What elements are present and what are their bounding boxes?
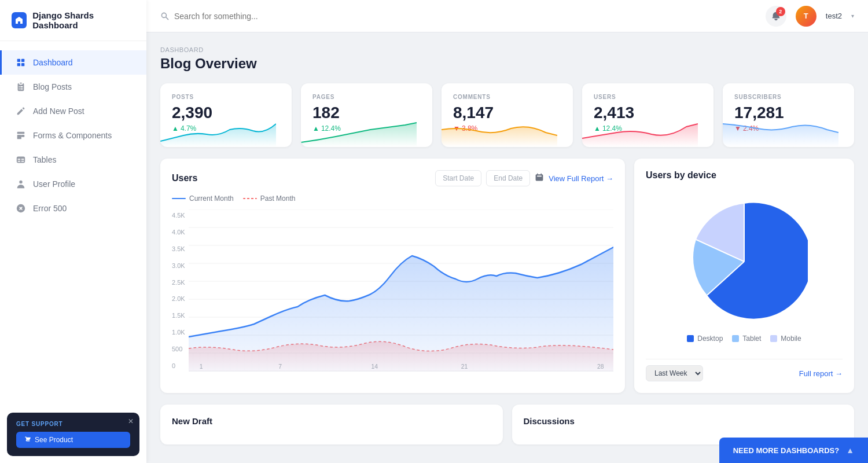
svg-text:7: 7	[278, 363, 282, 370]
discussions-title: Discussions	[524, 416, 843, 426]
comments-sparkline	[442, 118, 557, 147]
posts-sparkline	[160, 118, 276, 147]
pie-chart-wrap: Desktop Tablet Mobile	[646, 189, 843, 352]
users-sparkline	[582, 118, 698, 147]
sidebar-nav: Dashboard Blog Posts Add New Post Forms …	[0, 41, 146, 406]
full-report-link[interactable]: Full report →	[799, 369, 843, 378]
sidebar-item-error-500[interactable]: Error 500	[0, 196, 146, 221]
svg-text:1: 1	[199, 363, 203, 370]
y-axis-labels: 4.5K 4.0K 3.5K 3.0K 2.5K 2.0K 1.5K 1.0K …	[172, 210, 185, 372]
sidebar-label-tables: Tables	[33, 155, 56, 164]
stat-card-posts: POSTS 2,390 ▲ 4.7%	[160, 83, 292, 147]
legend-current-month: Current Month	[172, 194, 234, 203]
legend-tablet: Tablet	[732, 335, 761, 343]
sidebar-logo: Django Shards Dashboard	[0, 0, 146, 41]
device-chart-title: Users by device	[646, 170, 716, 181]
svg-text:14: 14	[371, 363, 378, 370]
calendar-icon[interactable]	[535, 172, 544, 184]
sidebar-label-error-500: Error 500	[33, 204, 67, 213]
sidebar-item-forms-components[interactable]: Forms & Components	[0, 123, 146, 148]
stat-label-posts: POSTS	[172, 94, 280, 100]
time-period-select[interactable]: Last Week	[646, 365, 703, 381]
device-chart-header: Users by device	[646, 170, 843, 181]
date-range-controls: Start Date End Date View Full Report →	[435, 170, 613, 186]
app-name: Django Shards Dashboard	[32, 10, 135, 30]
new-draft-title: New Draft	[172, 416, 491, 426]
stat-label-pages: PAGES	[312, 94, 421, 100]
sidebar-label-forms-components: Forms & Components	[33, 131, 112, 140]
current-month-line	[172, 198, 186, 199]
see-product-button[interactable]: See Product	[16, 432, 130, 448]
breadcrumb: DASHBOARD	[160, 46, 854, 53]
sidebar-label-dashboard: Dashboard	[33, 58, 73, 67]
line-chart-container: 4.5K 4.0K 3.5K 3.0K 2.5K 2.0K 1.5K 1.0K …	[172, 210, 613, 374]
chart-legend: Current Month Past Month	[172, 194, 613, 203]
logo-icon	[12, 12, 27, 28]
notification-badge: 2	[776, 7, 785, 16]
legend-past-month: Past Month	[243, 194, 296, 203]
search-area	[160, 12, 756, 21]
sidebar-item-add-new-post[interactable]: Add New Post	[0, 99, 146, 123]
sidebar-item-tables[interactable]: Tables	[0, 148, 146, 172]
sidebar-item-user-profile[interactable]: User Profile	[0, 172, 146, 196]
topbar: 2 T test2 ▾	[146, 0, 868, 32]
pie-chart-svg	[681, 198, 808, 325]
stat-label-users: USERS	[594, 94, 702, 100]
stat-card-pages: PAGES 182 ▲ 12.4%	[301, 83, 432, 147]
sidebar-label-user-profile: User Profile	[33, 179, 75, 189]
dashboards-banner[interactable]: NEED MORE DASHBOARDS? ▲	[719, 438, 868, 463]
start-date-input[interactable]: Start Date	[435, 170, 481, 186]
mobile-dot	[770, 335, 777, 342]
support-close-icon[interactable]: ✕	[128, 417, 134, 425]
support-label: GET SUPPORT	[16, 421, 130, 427]
notifications-button[interactable]: 2	[766, 6, 786, 27]
support-box: ✕ GET SUPPORT See Product	[7, 413, 139, 456]
user-name[interactable]: test2	[826, 12, 842, 20]
svg-text:21: 21	[461, 363, 468, 370]
stat-card-comments: COMMENTS 8,147 ▼ 3.8%	[442, 83, 573, 147]
subscribers-sparkline	[723, 118, 838, 147]
users-line-chart: 1 7 14 21 28	[189, 210, 613, 372]
charts-row: Users Start Date End Date View Full Repo…	[160, 159, 854, 393]
banner-label: NEED MORE DASHBOARDS?	[733, 446, 839, 455]
sidebar-label-blog-posts: Blog Posts	[33, 82, 72, 91]
user-avatar[interactable]: T	[796, 6, 816, 27]
stat-card-users: USERS 2,413 ▲ 12.4%	[582, 83, 713, 147]
legend-desktop: Desktop	[687, 335, 723, 343]
banner-close-icon[interactable]: ▲	[846, 446, 854, 455]
search-input[interactable]	[174, 12, 325, 21]
view-full-report-link[interactable]: View Full Report →	[549, 174, 613, 183]
sidebar-item-blog-posts[interactable]: Blog Posts	[0, 75, 146, 99]
main-content: 2 T test2 ▾ DASHBOARD Blog Overview POST…	[146, 0, 868, 463]
past-month-line	[243, 198, 257, 199]
legend-mobile: Mobile	[770, 335, 801, 343]
sidebar-label-add-new-post: Add New Post	[33, 106, 84, 116]
svg-text:28: 28	[597, 363, 604, 370]
device-chart-footer: Last Week Full report →	[646, 359, 843, 381]
stat-card-subscribers: SUBSCRIBERS 17,281 ▼ 2.4%	[723, 83, 854, 147]
topbar-right: 2 T test2 ▾	[766, 6, 854, 27]
users-chart-header: Users Start Date End Date View Full Repo…	[172, 170, 613, 186]
tablet-dot	[732, 335, 739, 342]
new-draft-card: New Draft	[160, 405, 503, 444]
pages-sparkline	[301, 118, 417, 147]
page-title: Blog Overview	[160, 56, 854, 72]
support-btn-label: See Product	[35, 436, 73, 444]
search-icon	[160, 12, 170, 21]
sidebar-item-dashboard[interactable]: Dashboard	[0, 50, 146, 75]
end-date-input[interactable]: End Date	[486, 170, 530, 186]
stat-label-subscribers: SUBSCRIBERS	[734, 94, 843, 100]
sidebar: Django Shards Dashboard Dashboard Blog P…	[0, 0, 146, 463]
content-area: DASHBOARD Blog Overview POSTS 2,390 ▲ 4.…	[146, 32, 868, 463]
stat-cards-row: POSTS 2,390 ▲ 4.7% PAGES 182 ▲ 12.4%	[160, 83, 854, 147]
users-chart-card: Users Start Date End Date View Full Repo…	[160, 159, 625, 393]
stat-label-comments: COMMENTS	[453, 94, 561, 100]
device-chart-card: Users by device	[634, 159, 854, 393]
line-chart-svg-wrap: 1 7 14 21 28	[189, 210, 613, 374]
users-chart-title: Users	[172, 173, 197, 183]
pie-legend: Desktop Tablet Mobile	[687, 335, 801, 343]
desktop-dot	[687, 335, 694, 342]
chevron-down-icon[interactable]: ▾	[851, 13, 854, 19]
